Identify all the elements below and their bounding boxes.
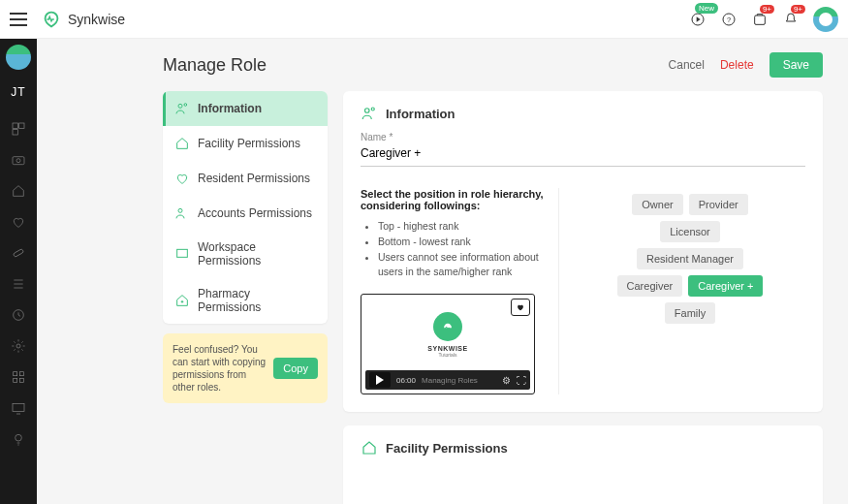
whatsnew-icon[interactable]: New bbox=[689, 11, 707, 28]
svg-point-17 bbox=[16, 434, 22, 441]
side-avatar[interactable] bbox=[6, 45, 31, 70]
tutorial-video[interactable]: SYNKWISE Tutorials 06:00 Managing Roles … bbox=[361, 294, 535, 394]
pharmacy-icon bbox=[174, 293, 190, 308]
page-title: Manage Role bbox=[163, 55, 267, 76]
role-chip[interactable]: Resident Manager bbox=[637, 248, 743, 269]
main-content: Manage Role Cancel Delete Save Informati… bbox=[37, 39, 848, 504]
nav-label: Pharmacy Permissions bbox=[198, 287, 316, 314]
list-icon[interactable] bbox=[10, 275, 27, 293]
heart-icon[interactable] bbox=[10, 213, 27, 231]
nav-workspace[interactable]: Workspace Permissions bbox=[163, 231, 328, 277]
svg-point-23 bbox=[371, 108, 374, 110]
bullet: Users cannot see information about users… bbox=[378, 250, 545, 281]
svg-point-18 bbox=[178, 104, 182, 108]
topbar-actions: New ? 9+ 9+ bbox=[689, 7, 838, 32]
video-controls[interactable]: 06:00 Managing Roles ⚙ ⛶ bbox=[365, 370, 530, 390]
camera-icon[interactable] bbox=[10, 151, 27, 169]
dashboard-icon[interactable] bbox=[10, 120, 27, 138]
delete-button[interactable]: Delete bbox=[720, 58, 754, 72]
video-time: 06:00 bbox=[396, 376, 416, 385]
new-badge: New bbox=[695, 3, 718, 14]
user-initials: JT bbox=[11, 85, 25, 99]
help-icon[interactable]: ? bbox=[720, 11, 738, 28]
nav-label: Facility Permissions bbox=[198, 137, 300, 150]
nav-resident[interactable]: Resident Permissions bbox=[163, 161, 328, 196]
facility-icon bbox=[174, 136, 190, 151]
nav-accounts[interactable]: Accounts Permissions bbox=[163, 196, 328, 231]
nav-label: Workspace Permissions bbox=[198, 240, 316, 268]
nav-information[interactable]: Information bbox=[163, 91, 328, 126]
gear-icon[interactable] bbox=[10, 337, 27, 355]
hierarchy-title: Select the position in role hierarchy, c… bbox=[361, 188, 545, 211]
role-chip[interactable]: Caregiver bbox=[617, 275, 683, 297]
role-chip[interactable]: Licensor bbox=[660, 221, 720, 242]
copy-button[interactable]: Copy bbox=[273, 358, 318, 379]
menu-toggle[interactable] bbox=[10, 13, 27, 26]
role-chip[interactable]: Family bbox=[665, 302, 715, 324]
card-title: Facility Permissions bbox=[386, 441, 508, 456]
bell-badge: 9+ bbox=[791, 5, 805, 14]
svg-rect-9 bbox=[13, 249, 23, 258]
workspace-icon bbox=[174, 246, 190, 262]
role-chip[interactable]: Caregiver + bbox=[688, 275, 763, 297]
help-card: Feel confused? You can start with copyin… bbox=[163, 333, 328, 403]
nav-label: Resident Permissions bbox=[198, 172, 310, 185]
topbar: Synkwise New ? 9+ 9+ bbox=[0, 0, 848, 39]
nav-facility[interactable]: Facility Permissions bbox=[163, 126, 328, 161]
svg-rect-4 bbox=[13, 123, 17, 128]
nav-label: Information bbox=[198, 102, 262, 115]
fullscreen-icon[interactable]: ⛶ bbox=[517, 375, 526, 386]
svg-rect-6 bbox=[13, 130, 17, 135]
apps-icon[interactable] bbox=[10, 368, 27, 386]
svg-point-22 bbox=[365, 109, 370, 113]
video-sub: Tutorials bbox=[439, 352, 457, 358]
nav-label: Accounts Permissions bbox=[198, 206, 312, 220]
role-chip[interactable]: Owner bbox=[632, 194, 682, 215]
page-header: Manage Role Cancel Delete Save bbox=[163, 52, 823, 78]
bell-icon[interactable]: 9+ bbox=[782, 11, 800, 28]
name-input[interactable] bbox=[361, 142, 805, 167]
settings-icon[interactable]: ⚙ bbox=[502, 375, 511, 386]
person-icon bbox=[361, 105, 378, 122]
inbox-badge: 9+ bbox=[760, 5, 774, 14]
resident-icon bbox=[174, 171, 190, 186]
help-text: Feel confused? You can start with copyin… bbox=[173, 343, 266, 394]
brand-name: Synkwise bbox=[68, 12, 125, 27]
svg-rect-21 bbox=[177, 249, 188, 257]
logo-icon bbox=[41, 9, 62, 30]
svg-point-19 bbox=[184, 104, 187, 107]
user-avatar[interactable] bbox=[813, 7, 838, 32]
svg-rect-15 bbox=[19, 378, 23, 382]
nav-pharmacy[interactable]: Pharmacy Permissions bbox=[163, 277, 328, 324]
svg-rect-13 bbox=[19, 372, 23, 376]
svg-point-11 bbox=[16, 344, 20, 348]
cancel-button[interactable]: Cancel bbox=[669, 58, 705, 72]
pill-icon[interactable] bbox=[10, 244, 27, 262]
inbox-icon[interactable]: 9+ bbox=[751, 11, 769, 28]
svg-rect-7 bbox=[13, 157, 24, 165]
video-brand: SYNKWISE bbox=[427, 345, 467, 352]
bulb-icon[interactable] bbox=[10, 430, 27, 448]
person-icon bbox=[174, 101, 190, 116]
hierarchy-list: Top - highest rank Bottom - lowest rank … bbox=[361, 219, 545, 280]
section-nav: Information Facility Permissions Residen… bbox=[163, 91, 328, 324]
accounts-icon bbox=[174, 205, 190, 221]
name-label: Name * bbox=[361, 132, 805, 142]
save-button[interactable]: Save bbox=[769, 52, 823, 78]
home-icon[interactable] bbox=[10, 182, 27, 200]
information-card: Information Name * Select the position i… bbox=[343, 91, 823, 412]
iconbar: JT bbox=[0, 39, 37, 504]
svg-rect-3 bbox=[755, 16, 766, 24]
svg-rect-16 bbox=[13, 403, 24, 411]
brand-logo[interactable]: Synkwise bbox=[41, 9, 125, 30]
svg-text:?: ? bbox=[727, 15, 731, 23]
bullet: Bottom - lowest rank bbox=[378, 235, 545, 250]
role-chip[interactable]: Provider bbox=[689, 194, 748, 215]
card-title: Information bbox=[386, 107, 455, 121]
svg-rect-14 bbox=[14, 378, 17, 382]
monitor-icon[interactable] bbox=[10, 399, 27, 417]
svg-point-8 bbox=[16, 159, 20, 163]
clock-icon[interactable] bbox=[10, 306, 27, 324]
play-icon[interactable] bbox=[369, 372, 391, 388]
facility-card: Facility Permissions bbox=[343, 425, 823, 504]
